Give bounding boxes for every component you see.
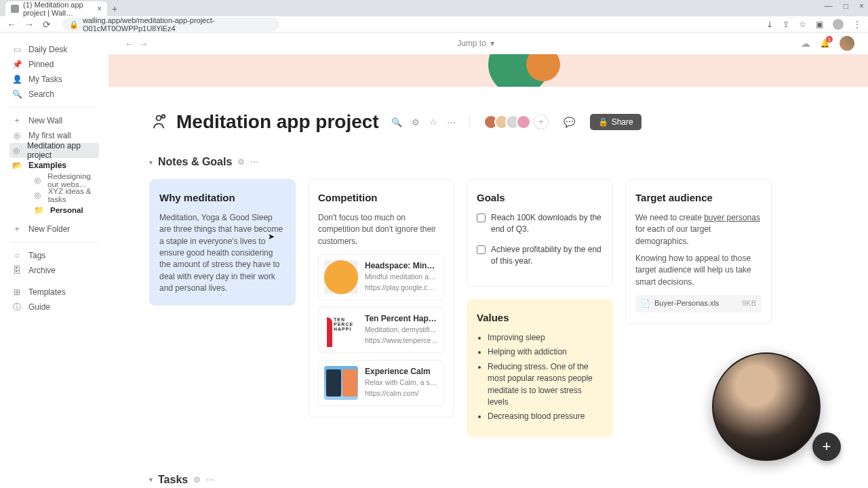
more-icon[interactable]: ⋯ — [447, 117, 456, 127]
sidebar-guide[interactable]: ⓘGuide — [9, 300, 99, 314]
favicon-icon — [11, 5, 19, 13]
section-more-icon[interactable]: ⋯ — [250, 157, 258, 167]
user-icon: 👤 — [12, 75, 22, 84]
new-tab-button[interactable]: + — [107, 1, 122, 16]
link-card[interactable]: Experience Calm Relax with Calm, a simpl… — [318, 360, 444, 406]
card-goals[interactable]: Goals Reach 100K downloads by the end of… — [467, 179, 613, 287]
favorite-icon[interactable]: ☆ — [429, 117, 437, 127]
wall-icon: ◎ — [34, 176, 41, 185]
filter-icon[interactable]: ⚙ — [412, 117, 420, 127]
panel-icon[interactable]: ▣ — [816, 20, 823, 29]
profile-avatar-icon[interactable] — [833, 19, 844, 30]
sidebar-daily-desk[interactable]: ▭Daily Desk — [9, 42, 99, 57]
back-icon[interactable]: ← — [7, 19, 16, 30]
file-attachment[interactable]: 📄 Buyer-Personas.xls 9KB — [635, 295, 762, 312]
card-competition[interactable]: Competition Don't focus too much on comp… — [308, 179, 454, 418]
page-icon[interactable] — [149, 113, 168, 131]
section-settings-icon[interactable]: ⚙ — [193, 475, 201, 485]
link-desc: Mindful meditation and r… — [365, 272, 438, 282]
section-more-icon[interactable]: ⋯ — [206, 475, 214, 485]
url-field[interactable]: 🔒 walling.app/web/meditation-app-project… — [62, 18, 279, 31]
search-icon: 🔍 — [12, 89, 22, 99]
link-url: https://www.tenpercent… — [365, 336, 438, 346]
forward-icon[interactable]: → — [24, 19, 34, 30]
card-title: Why meditation — [159, 190, 285, 205]
sidebar-example-xyz[interactable]: ◎XYZ ideas & tasks — [31, 188, 99, 203]
chevron-down-icon: ▾ — [490, 39, 494, 48]
goal-checkbox[interactable] — [477, 214, 486, 222]
sidebar-my-tasks[interactable]: 👤My Tasks — [9, 72, 99, 87]
section-settings-icon[interactable]: ⚙ — [237, 157, 245, 167]
browser-tab[interactable]: (1) Meditation app project | Wall… × — [5, 1, 107, 16]
link-desc: Meditation, demystified … — [365, 325, 438, 335]
wall-icon: ◎ — [12, 146, 20, 155]
link-url: https://play.google.com/… — [365, 283, 438, 293]
card-why-meditation[interactable]: Why meditation Meditation, Yoga & Good S… — [149, 179, 296, 306]
sync-status-icon[interactable]: ☁ — [801, 38, 810, 49]
card-values[interactable]: Values Improving sleep Helping with addi… — [467, 299, 613, 436]
collapse-icon[interactable]: ▾ — [149, 159, 153, 166]
sidebar-example-personal[interactable]: 📁Personal — [31, 203, 99, 218]
install-icon[interactable]: ⤓ — [766, 20, 773, 29]
sidebar-new-wall[interactable]: +New Wall — [9, 113, 99, 128]
window-minimize-icon[interactable]: — — [825, 1, 833, 11]
avatar — [516, 115, 531, 129]
history-back-icon[interactable]: ← — [122, 39, 136, 49]
sidebar-tags[interactable]: ○Tags — [9, 248, 99, 263]
search-page-icon[interactable]: 🔍 — [391, 117, 402, 127]
share-lock-icon: 🔒 — [598, 117, 608, 127]
collaborator-avatars[interactable]: + — [484, 115, 549, 129]
goal-checkbox[interactable] — [477, 245, 486, 254]
notification-badge: 1 — [826, 36, 833, 43]
sidebar-search[interactable]: 🔍Search — [9, 87, 99, 102]
plus-icon: + — [12, 224, 22, 234]
link-title: Headspace: Mindfu… — [365, 260, 438, 272]
tab-bar: (1) Meditation app project | Wall… × + —… — [0, 0, 868, 16]
file-name: Buyer-Personas.xls — [654, 298, 719, 309]
window-close-icon[interactable]: × — [859, 1, 864, 11]
notifications-button[interactable]: 🔔 1 — [820, 39, 830, 48]
collapse-icon[interactable]: ▾ — [149, 476, 153, 483]
card-title: Target audience — [635, 190, 762, 205]
link-title: Ten Percent Happi… — [365, 313, 438, 325]
sidebar-examples-folder[interactable]: 📂Examples — [9, 158, 99, 173]
share-button[interactable]: 🔒 Share — [590, 114, 642, 130]
svg-point-1 — [162, 115, 165, 119]
templates-icon: ⊞ — [12, 287, 22, 297]
card-target-audience[interactable]: Target audience We need to create buyer … — [625, 179, 772, 324]
sidebar-pinned[interactable]: 📌Pinned — [9, 57, 99, 72]
pin-icon: 📌 — [12, 60, 22, 69]
link-title: Experience Calm — [365, 366, 438, 378]
link-card[interactable]: TENPERCEHAPPI Ten Percent Happi… Meditat… — [318, 307, 444, 353]
comments-icon[interactable]: 💬 — [564, 117, 575, 127]
link-url: https://calm.com/ — [365, 388, 438, 399]
sidebar-archive[interactable]: 🗄Archive — [9, 263, 99, 278]
sidebar-new-folder[interactable]: +New Folder — [9, 222, 99, 237]
sidebar-templates[interactable]: ⊞Templates — [9, 285, 99, 300]
close-tab-icon[interactable]: × — [97, 4, 102, 14]
presenter-webcam — [712, 352, 821, 461]
sidebar-example-redesign[interactable]: ◎Redesigning our webs… — [31, 173, 99, 188]
share-icon[interactable]: ⇪ — [783, 20, 789, 29]
url-text: walling.app/web/meditation-app-project-O… — [83, 16, 273, 33]
sidebar-wall-meditation[interactable]: ◎Meditation app project — [9, 143, 99, 158]
link-desc: Relax with Calm, a simpl… — [365, 378, 438, 388]
goal-item: Reach 100K downloads by the end of Q3. — [477, 212, 603, 236]
wall-icon: ◎ — [12, 131, 22, 140]
lock-icon: 🔒 — [69, 20, 79, 29]
history-forward-icon[interactable]: → — [136, 39, 151, 49]
add-collaborator-button[interactable]: + — [534, 115, 549, 129]
add-fab-button[interactable]: + — [812, 432, 841, 461]
window-maximize-icon[interactable]: □ — [844, 1, 848, 11]
star-icon[interactable]: ☆ — [799, 20, 806, 29]
guide-icon: ⓘ — [12, 302, 22, 313]
archive-icon: 🗄 — [12, 266, 22, 275]
menu-icon[interactable]: ⋮ — [853, 20, 861, 29]
reload-icon[interactable]: ⟳ — [42, 19, 52, 30]
link-card[interactable]: Headspace: Mindfu… Mindful meditation an… — [318, 254, 444, 300]
current-user-avatar[interactable] — [840, 36, 854, 51]
jump-to-button[interactable]: Jump to ▾ — [457, 39, 494, 48]
buyer-personas-link[interactable]: buyer personas — [704, 213, 760, 222]
desk-icon: ▭ — [12, 45, 22, 54]
link-thumbnail — [324, 260, 358, 294]
